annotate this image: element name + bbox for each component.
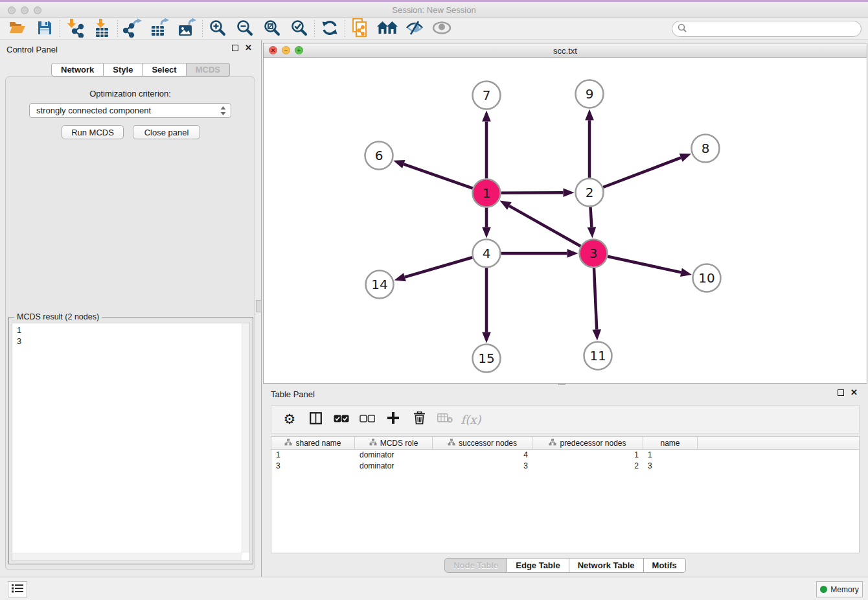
tab-node-table[interactable]: Node Table [444, 558, 507, 573]
graph-edge-arrowhead [680, 154, 691, 162]
close-panel-button[interactable]: Close panel [133, 125, 200, 139]
mcds-result-area: 13 [12, 323, 250, 561]
tab-mcds[interactable]: MCDS [187, 63, 230, 76]
network-view-window: ✕ − + scc.txt 1234678910111415 [263, 43, 867, 384]
graph-edge-2-3[interactable] [590, 207, 591, 227]
svg-text:10: 10 [698, 270, 714, 286]
export-table-button[interactable] [146, 19, 174, 40]
gear-icon: ⚙ [284, 411, 296, 427]
mcds-result-title: MCDS result (2 nodes) [14, 312, 102, 321]
import-network-button[interactable] [62, 19, 89, 40]
search-box[interactable] [672, 21, 862, 37]
show-graphics-button[interactable] [428, 19, 455, 40]
task-history-button[interactable] [8, 581, 27, 597]
column-header-name[interactable]: name [643, 437, 698, 449]
column-header-successor-nodes[interactable]: successor nodes [433, 437, 532, 449]
column-header-predecessor-nodes[interactable]: predecessor nodes [532, 437, 643, 449]
graph-node-3[interactable]: 3 [580, 240, 608, 268]
tab-style[interactable]: Style [104, 63, 143, 76]
export-image-button[interactable] [174, 19, 201, 40]
table-header-row: shared name MCDS role successor nodes pr… [271, 437, 859, 450]
zoom-fit-button[interactable] [258, 19, 286, 40]
close-panel-icon[interactable]: ✕ [245, 45, 252, 51]
network-document-button[interactable] [347, 19, 374, 40]
column-header-shared-name[interactable]: shared name [271, 437, 355, 449]
toolbar-separator [345, 20, 345, 38]
eye-slash-icon [405, 21, 424, 38]
graph-node-10[interactable]: 10 [693, 264, 721, 292]
select-all-columns-button[interactable] [330, 408, 353, 430]
graph-edge-3-10[interactable] [608, 257, 681, 273]
open-session-button[interactable] [4, 19, 31, 40]
float-panel-icon[interactable] [838, 389, 844, 396]
graph-edge-2-8[interactable] [603, 157, 681, 187]
eye-icon [432, 21, 451, 37]
graph-edge-4-14[interactable] [405, 257, 473, 277]
split-view-button[interactable] [304, 408, 327, 430]
zoom-in-button[interactable] [204, 19, 231, 40]
table-settings-button[interactable]: ⚙ [278, 408, 301, 430]
graph-node-11[interactable]: 11 [584, 342, 612, 370]
window-titlebar: Session: New Session [0, 2, 868, 18]
network-canvas[interactable]: 1234678910111415 [264, 58, 867, 383]
panel-splitter-handle[interactable] [256, 300, 262, 312]
memory-label: Memory [830, 585, 858, 594]
horizontal-scrollbar[interactable] [12, 553, 242, 560]
export-network-icon [123, 18, 143, 40]
tab-motifs[interactable]: Motifs [644, 558, 686, 573]
criterion-value: strongly connected component [36, 106, 151, 115]
node-table[interactable]: shared name MCDS role successor nodes pr… [271, 436, 860, 553]
houses-icon [377, 21, 398, 38]
svg-text:8: 8 [702, 141, 710, 156]
graph-edge-1-2[interactable] [501, 192, 563, 193]
tab-select[interactable]: Select [143, 63, 186, 76]
search-icon [678, 23, 687, 35]
delete-table-icon [437, 413, 453, 426]
tab-network[interactable]: Network [51, 63, 104, 76]
graph-node-7[interactable]: 7 [473, 82, 501, 110]
network-graph[interactable]: 1234678910111415 [264, 58, 867, 383]
float-panel-icon[interactable] [232, 45, 238, 51]
tab-edge-table[interactable]: Edge Table [507, 558, 569, 573]
zoom-selected-button[interactable] [286, 19, 313, 40]
zoom-in-icon [209, 19, 226, 39]
zoom-out-button[interactable] [231, 19, 258, 40]
zoom-out-icon [236, 19, 253, 39]
graph-edge-3-1[interactable] [509, 206, 580, 246]
hide-graphics-button[interactable] [401, 19, 428, 40]
save-session-button[interactable] [31, 19, 58, 40]
mcds-result-text: 13 [12, 323, 242, 553]
memory-button[interactable]: Memory [816, 581, 863, 597]
run-mcds-button[interactable]: Run MCDS [62, 125, 124, 139]
graph-node-15[interactable]: 15 [473, 345, 501, 373]
graph-node-14[interactable]: 14 [366, 271, 394, 299]
graph-node-2[interactable]: 2 [576, 179, 604, 207]
deselect-all-columns-button[interactable] [356, 408, 379, 430]
add-column-button[interactable] [382, 408, 405, 430]
main-toolbar [0, 18, 868, 40]
search-input[interactable] [690, 24, 861, 34]
graph-node-9[interactable]: 9 [576, 80, 604, 108]
refresh-layout-button[interactable] [316, 19, 343, 40]
graph-node-8[interactable]: 8 [692, 135, 720, 163]
graph-node-6[interactable]: 6 [365, 142, 393, 170]
import-table-button[interactable] [89, 19, 116, 40]
table-row[interactable]: 3 dominator 3 2 3 [271, 461, 859, 472]
graph-edge-arrowhead [563, 188, 574, 197]
tab-network-table[interactable]: Network Table [569, 558, 644, 573]
delete-column-button[interactable] [407, 408, 431, 430]
graph-edge-1-6[interactable] [404, 164, 473, 188]
houses-button[interactable] [374, 19, 401, 40]
criterion-dropdown[interactable]: strongly connected component [29, 103, 231, 118]
close-panel-icon[interactable]: ✕ [851, 389, 858, 396]
column-header-mcds-role[interactable]: MCDS role [355, 437, 433, 449]
vertical-scrollbar[interactable] [242, 323, 249, 553]
graph-node-4[interactable]: 4 [473, 240, 501, 268]
table-row[interactable]: 1 dominator 4 1 1 [271, 450, 859, 461]
toolbar-separator [314, 20, 315, 38]
graph-node-1[interactable]: 1 [473, 179, 501, 207]
export-network-button[interactable] [119, 19, 146, 40]
control-panel: Control Panel ✕ Network Style Select MCD… [0, 40, 262, 577]
hierarchy-icon [369, 439, 377, 448]
graph-edge-3-11[interactable] [594, 268, 597, 329]
